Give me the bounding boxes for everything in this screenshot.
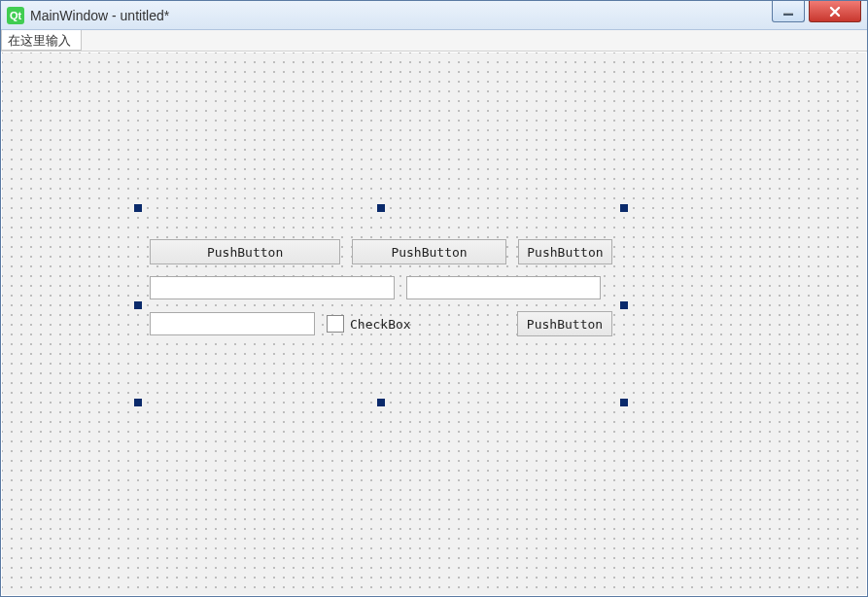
layout-row-3: CheckBox PushButton (150, 311, 612, 336)
window-controls (772, 1, 867, 22)
main-window: Qt MainWindow - untitled* 在这里输入 (0, 0, 868, 597)
qt-icon: Qt (7, 7, 24, 24)
close-icon (828, 5, 842, 18)
resize-handle-top-middle[interactable] (377, 204, 385, 212)
resize-handle-top-left[interactable] (134, 204, 142, 212)
resize-handle-bottom-middle[interactable] (377, 399, 385, 406)
selected-layout[interactable]: PushButton PushButton PushButton CheckBo… (138, 208, 624, 403)
checkbox-box-icon (327, 315, 344, 333)
window-title: MainWindow - untitled* (30, 8, 169, 23)
resize-handle-bottom-right[interactable] (620, 399, 628, 406)
pushbutton-2[interactable]: PushButton (352, 239, 506, 264)
lineedit-2[interactable] (406, 276, 601, 299)
lineedit-3[interactable] (150, 312, 315, 335)
checkbox-label: CheckBox (350, 317, 411, 332)
checkbox-1[interactable]: CheckBox (327, 315, 472, 333)
pushbutton-3[interactable]: PushButton (518, 239, 612, 264)
menu-type-here[interactable]: 在这里输入 (1, 30, 82, 51)
pushbutton-4[interactable]: PushButton (517, 311, 612, 336)
lineedit-1[interactable] (150, 276, 395, 299)
menu-bar[interactable]: 在这里输入 (1, 30, 867, 52)
title-bar[interactable]: Qt MainWindow - untitled* (1, 1, 867, 30)
minimize-button[interactable] (772, 1, 805, 22)
resize-handle-middle-right[interactable] (620, 301, 628, 309)
grid-layout: PushButton PushButton PushButton CheckBo… (150, 239, 612, 336)
layout-row-1: PushButton PushButton PushButton (150, 239, 612, 264)
close-button[interactable] (809, 1, 861, 22)
resize-handle-top-right[interactable] (620, 204, 628, 212)
minimize-icon (783, 13, 793, 16)
resize-handle-bottom-left[interactable] (134, 399, 142, 406)
pushbutton-1[interactable]: PushButton (150, 239, 340, 264)
layout-row-2 (150, 276, 612, 299)
form-designer-canvas[interactable]: PushButton PushButton PushButton CheckBo… (2, 53, 866, 595)
resize-handle-middle-left[interactable] (134, 301, 142, 309)
